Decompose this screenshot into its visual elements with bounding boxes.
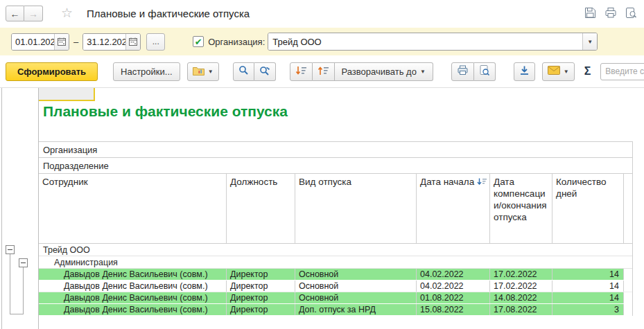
cell-employee[interactable]: Давыдов Денис Васильевич (совм.)	[39, 292, 227, 303]
row-filler	[624, 281, 632, 292]
group-label: Администрация	[39, 258, 118, 267]
date-to-field	[82, 33, 141, 51]
organization-label: Организация:	[208, 37, 265, 47]
cell-end-date[interactable]: 17.02.2022	[490, 269, 552, 280]
back-button[interactable]: ←	[6, 6, 24, 21]
grouping-group: Разворачивать до▼	[290, 62, 433, 81]
tree-gutter-left-border	[1, 88, 2, 329]
column-header-position[interactable]: Должность	[227, 174, 295, 243]
report-toolbar: Сформировать Настройки... ▼ Разворачиват…	[0, 55, 644, 87]
organization-filter: ✔ Организация:	[193, 36, 265, 47]
date-from-field	[11, 33, 69, 51]
checkmark-icon: ✔	[195, 37, 202, 47]
save-to-file-button[interactable]	[514, 62, 535, 81]
sort-ascending-icon	[317, 66, 329, 78]
table-row[interactable]: Давыдов Денис Васильевич (совм.) Директо…	[39, 269, 632, 281]
report-variants-button[interactable]: ▼	[187, 62, 219, 81]
column-header-start-date[interactable]: Дата начала	[417, 174, 490, 243]
organization-input[interactable]	[268, 33, 582, 50]
expand-to-label: Разворачивать до	[342, 66, 417, 77]
date-range-separator: –	[73, 37, 78, 47]
cell-days-count[interactable]: 14	[552, 292, 624, 303]
organization-row: Организация	[39, 141, 632, 157]
calendar-icon[interactable]	[54, 34, 69, 50]
current-cell-marker	[39, 88, 95, 101]
cell-end-date[interactable]: 17.02.2022	[490, 281, 552, 292]
organization-checkbox[interactable]: ✔	[193, 36, 204, 47]
date-to-input[interactable]	[83, 34, 125, 50]
expand-to-button[interactable]: Разворачивать до▼	[335, 62, 433, 81]
group-label: Трейд ООО	[39, 245, 90, 255]
chevron-down-icon: ▼	[587, 39, 593, 45]
download-icon	[519, 65, 530, 78]
search-reset-button[interactable]	[254, 62, 276, 81]
autosum-button[interactable]: Σ	[579, 62, 597, 81]
print-report-button[interactable]	[451, 62, 474, 81]
cell-position[interactable]: Директор	[227, 304, 295, 315]
cell-vacation-type[interactable]: Основной	[295, 281, 417, 292]
minus-icon	[21, 263, 26, 263]
cell-employee[interactable]: Давыдов Денис Васильевич (совм.)	[39, 269, 227, 280]
header-filler	[624, 174, 632, 243]
group-row-organization[interactable]: Трейд ООО	[39, 244, 632, 256]
period-more-button[interactable]: ...	[146, 33, 165, 51]
cell-position[interactable]: Директор	[227, 292, 295, 303]
forward-arrow-icon: →	[28, 8, 38, 19]
title-bar: ← → ☆ Плановые и фактические отпуска	[0, 0, 644, 28]
column-header-vacation-type[interactable]: Вид отпуска	[295, 174, 417, 243]
column-header-days-count[interactable]: Количество дней	[552, 174, 624, 243]
find-in-document-icon[interactable]	[625, 7, 637, 19]
cell-start-date[interactable]: 01.08.2022	[417, 292, 490, 303]
date-from-input[interactable]	[12, 34, 54, 50]
print-icon[interactable]	[604, 7, 617, 19]
settings-button[interactable]: Настройки...	[113, 62, 180, 81]
cell-vacation-type[interactable]: Основной	[295, 292, 417, 303]
send-by-email-button[interactable]: ▼	[542, 62, 575, 81]
tree-connector-line	[10, 254, 10, 314]
calendar-icon[interactable]	[125, 34, 140, 50]
cell-start-date[interactable]: 04.02.2022	[417, 281, 490, 292]
search-group	[233, 62, 276, 81]
report-title: Плановые и фактические отпуска	[43, 103, 288, 120]
group-expander-level2[interactable]	[19, 258, 28, 267]
back-arrow-icon: ←	[10, 8, 20, 19]
table-row[interactable]: Давыдов Денис Васильевич (совм.) Директо…	[39, 304, 632, 316]
column-header-compensation-date[interactable]: Дата компенсации/окончания отпуска	[490, 174, 552, 243]
search-button[interactable]	[233, 62, 254, 81]
generate-button[interactable]: Сформировать	[6, 62, 98, 81]
cell-employee[interactable]: Давыдов Денис Васильевич (совм.)	[39, 304, 227, 315]
department-row: Подразделение	[39, 157, 632, 173]
print-preview-button[interactable]	[474, 62, 496, 81]
cell-vacation-type[interactable]: Основной	[295, 269, 417, 280]
search-refresh-icon	[259, 65, 270, 78]
row-filler	[624, 269, 632, 280]
column-header-employee[interactable]: Сотрудник	[39, 174, 227, 243]
cell-position[interactable]: Директор	[227, 281, 295, 292]
cell-vacation-type[interactable]: Доп. отпуск за НРД	[295, 304, 417, 315]
group-row-department[interactable]: Администрация	[39, 256, 632, 269]
cell-days-count[interactable]: 14	[552, 281, 624, 292]
cell-end-date[interactable]: 14.08.2022	[490, 292, 552, 303]
cell-days-count[interactable]: 14	[552, 269, 624, 280]
cell-end-date[interactable]: 17.08.2022	[490, 304, 552, 315]
forward-button[interactable]: →	[24, 6, 43, 21]
row-filler	[624, 292, 632, 303]
collapse-groups-button[interactable]	[290, 62, 313, 81]
table-row[interactable]: Давыдов Денис Васильевич (совм.) Директо…	[39, 281, 632, 292]
organization-dropdown-button[interactable]: ▼	[582, 33, 597, 50]
mail-envelope-icon	[548, 66, 560, 77]
save-icon[interactable]	[584, 7, 596, 19]
print-group	[451, 62, 496, 81]
table-row[interactable]: Давыдов Денис Васильевич (совм.) Директо…	[39, 292, 632, 304]
cell-position[interactable]: Директор	[227, 269, 295, 280]
cell-days-count[interactable]: 3	[552, 304, 624, 315]
expand-groups-button[interactable]	[313, 62, 335, 81]
cell-employee[interactable]: Давыдов Денис Васильевич (совм.)	[39, 281, 227, 292]
quick-search-input[interactable]	[600, 63, 644, 80]
cell-start-date[interactable]: 15.08.2022	[417, 304, 490, 315]
cell-start-date[interactable]: 04.02.2022	[417, 269, 490, 280]
favorite-star-icon[interactable]: ☆	[61, 5, 73, 21]
chevron-down-icon: ▼	[420, 69, 426, 75]
report-spreadsheet: Плановые и фактические отпуска Организац…	[0, 87, 644, 329]
group-expander-level1[interactable]	[6, 245, 15, 254]
